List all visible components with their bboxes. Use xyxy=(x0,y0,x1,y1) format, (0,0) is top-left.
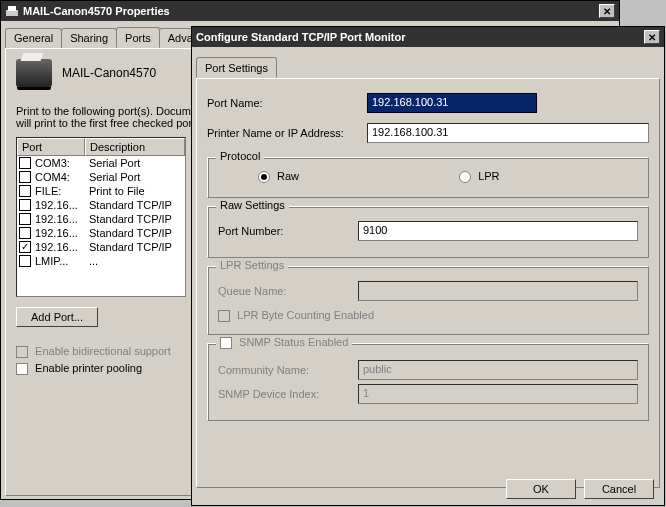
protocol-raw-radio[interactable]: Raw xyxy=(258,170,299,183)
queue-name-input xyxy=(358,281,638,301)
protocol-lpr-radio[interactable]: LPR xyxy=(459,170,499,183)
table-row[interactable]: COM3:Serial Port xyxy=(17,156,185,170)
table-row[interactable]: FILE:Print to File xyxy=(17,184,185,198)
lpr-settings-group: LPR Settings Queue Name: LPR Byte Counti… xyxy=(207,266,649,335)
port-cell: COM3: xyxy=(35,157,85,169)
raw-settings-group: Raw Settings Port Number: 9100 xyxy=(207,206,649,258)
snmp-checkbox[interactable] xyxy=(220,337,232,349)
community-label: Community Name: xyxy=(218,364,358,376)
tab-port-settings[interactable]: Port Settings xyxy=(196,57,277,78)
port-cell: COM4: xyxy=(35,171,85,183)
snmp-index-input: 1 xyxy=(358,384,638,404)
lpr-legend: LPR Settings xyxy=(216,259,288,271)
desc-cell: Serial Port xyxy=(89,171,183,183)
configure-titlebar[interactable]: Configure Standard TCP/IP Port Monitor ✕ xyxy=(192,27,664,47)
port-name-input[interactable]: 192.168.100.31 xyxy=(367,93,537,113)
configure-title: Configure Standard TCP/IP Port Monitor xyxy=(196,31,644,43)
svg-rect-1 xyxy=(8,6,16,11)
printer-name: MAIL-Canon4570 xyxy=(62,66,156,80)
desc-cell: Standard TCP/IP xyxy=(89,227,183,239)
queue-name-label: Queue Name: xyxy=(218,285,358,297)
table-row[interactable]: 192.16...Standard TCP/IP xyxy=(17,198,185,212)
instruction-text: Print to the following port(s). Document… xyxy=(16,105,216,129)
desc-cell: Standard TCP/IP xyxy=(89,213,183,225)
desc-cell: Standard TCP/IP xyxy=(89,199,183,211)
properties-title: MAIL-Canon4570 Properties xyxy=(23,5,599,17)
desc-cell: Standard TCP/IP xyxy=(89,241,183,253)
desc-cell: ... xyxy=(89,255,183,267)
pooling-label: Enable printer pooling xyxy=(35,362,142,374)
table-row[interactable]: 192.16...Standard TCP/IP xyxy=(17,226,185,240)
port-cell: FILE: xyxy=(35,185,85,197)
add-port-button[interactable]: Add Port... xyxy=(16,307,98,327)
lpr-bytecount-checkbox xyxy=(218,310,230,322)
port-name-label: Port Name: xyxy=(207,97,367,109)
port-checkbox[interactable] xyxy=(19,227,31,239)
table-row[interactable]: 192.16...Standard TCP/IP xyxy=(17,212,185,226)
radio-icon xyxy=(258,171,270,183)
port-settings-panel: Port Name: 192.168.100.31 Printer Name o… xyxy=(196,78,660,488)
snmp-index-label: SNMP Device Index: xyxy=(218,388,358,400)
table-row[interactable]: ✓192.16...Standard TCP/IP xyxy=(17,240,185,254)
close-icon[interactable]: ✕ xyxy=(644,30,660,44)
snmp-legend: SNMP Status Enabled xyxy=(216,336,352,349)
ports-table[interactable]: Port Description COM3:Serial PortCOM4:Se… xyxy=(16,137,186,297)
col-description[interactable]: Description xyxy=(85,138,185,156)
port-checkbox[interactable] xyxy=(19,157,31,169)
tab-general[interactable]: General xyxy=(5,28,62,49)
printer-icon xyxy=(16,59,52,87)
tab-ports[interactable]: Ports xyxy=(116,27,160,48)
ok-button[interactable]: OK xyxy=(506,479,576,499)
address-label: Printer Name or IP Address: xyxy=(207,127,367,139)
bidi-label: Enable bidirectional support xyxy=(35,345,171,357)
close-icon[interactable]: ✕ xyxy=(599,4,615,18)
port-checkbox[interactable] xyxy=(19,255,31,267)
port-number-label: Port Number: xyxy=(218,225,358,237)
table-row[interactable]: LMIP...... xyxy=(17,254,185,268)
port-cell: 192.16... xyxy=(35,199,85,211)
pooling-checkbox[interactable] xyxy=(16,363,28,375)
port-checkbox[interactable] xyxy=(19,185,31,197)
bidi-checkbox xyxy=(16,346,28,358)
address-input[interactable]: 192.168.100.31 xyxy=(367,123,649,143)
raw-legend: Raw Settings xyxy=(216,199,289,211)
port-checkbox[interactable] xyxy=(19,171,31,183)
port-checkbox[interactable] xyxy=(19,199,31,211)
port-cell: LMIP... xyxy=(35,255,85,267)
radio-icon xyxy=(459,171,471,183)
lpr-bytecount-label: LPR Byte Counting Enabled xyxy=(237,309,374,321)
cancel-button[interactable]: Cancel xyxy=(584,479,654,499)
protocol-legend: Protocol xyxy=(216,150,264,162)
desc-cell: Print to File xyxy=(89,185,183,197)
port-number-input[interactable]: 9100 xyxy=(358,221,638,241)
col-port[interactable]: Port xyxy=(17,138,85,156)
protocol-group: Protocol Raw LPR xyxy=(207,157,649,198)
snmp-group: SNMP Status Enabled Community Name: publ… xyxy=(207,343,649,421)
community-input: public xyxy=(358,360,638,380)
port-cell: 192.16... xyxy=(35,213,85,225)
tab-sharing[interactable]: Sharing xyxy=(61,28,117,49)
configure-port-window: Configure Standard TCP/IP Port Monitor ✕… xyxy=(191,26,665,506)
printer-icon-small xyxy=(5,4,19,18)
port-cell: 192.16... xyxy=(35,227,85,239)
port-checkbox[interactable]: ✓ xyxy=(19,241,31,253)
table-row[interactable]: COM4:Serial Port xyxy=(17,170,185,184)
desc-cell: Serial Port xyxy=(89,157,183,169)
port-cell: 192.16... xyxy=(35,241,85,253)
properties-titlebar[interactable]: MAIL-Canon4570 Properties ✕ xyxy=(1,1,619,21)
port-checkbox[interactable] xyxy=(19,213,31,225)
